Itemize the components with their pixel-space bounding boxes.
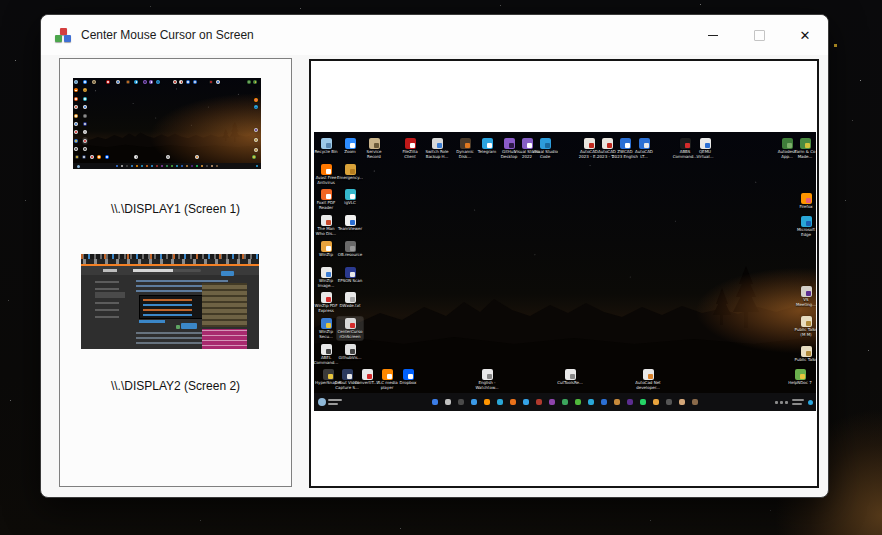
desktop-icon-teamviewer: TeamViewer xyxy=(337,214,363,233)
desktop-icon-recycle-bin: Recycle Bin xyxy=(314,137,339,156)
taskbar-icon xyxy=(432,399,438,405)
desktop-icon-switch-role-backup-h xyxy=(116,79,120,85)
notification-icon xyxy=(256,165,258,167)
blue-button xyxy=(181,323,197,329)
question-title-line xyxy=(133,269,173,272)
desktop-icon-centercursoronscreen: CenterCursorOnScreen xyxy=(337,317,363,340)
desktop-icon-zwcad-2023-english xyxy=(186,79,190,85)
taskbar-icon xyxy=(471,399,477,405)
taskbar-icon xyxy=(206,165,208,167)
taskbar-icon xyxy=(116,165,118,167)
taskbar-icon xyxy=(666,399,672,405)
taskbar-icon xyxy=(126,165,128,167)
taskbar-icon xyxy=(171,165,173,167)
desktop-icon-the-man-who-dis: The Man Who Dis... xyxy=(314,214,339,237)
minimize-icon xyxy=(708,35,718,36)
desktop-icon-zoom xyxy=(83,79,87,85)
desktop-icon-dropbox xyxy=(105,154,109,160)
desktop-icon-dropbox: Dropbox xyxy=(395,368,421,387)
desktop-icon-autodesk-app xyxy=(247,79,251,85)
screen1-preview[interactable]: Recycle BinZoomService RecordFileZilla C… xyxy=(314,132,816,411)
desktop-icon-abel-command: ABEL Command... xyxy=(314,343,339,366)
taskbar-icon xyxy=(161,165,163,167)
green-button xyxy=(176,325,180,329)
maximize-button xyxy=(736,15,782,55)
screen2-thumbnail[interactable] xyxy=(81,254,259,349)
desktop-icon-autocad-net-developer: AutoCad Net developer... xyxy=(635,368,661,391)
desktop-icon-winzip-secu xyxy=(74,138,78,144)
taskbar-icon xyxy=(445,399,451,405)
screen1-thumbnail[interactable] xyxy=(73,78,261,169)
desktop-icon-filezilla-client xyxy=(106,79,110,85)
taskbar-icon xyxy=(166,165,168,167)
desktop-icon-vs-meeting xyxy=(254,127,258,133)
desktop-icon-filezilla-client: FileZilla Client xyxy=(397,137,423,160)
desktop-icon-epson-scan xyxy=(83,121,87,127)
desktop-icon-firefox: Firefox xyxy=(793,192,816,211)
taskbar-app-icons xyxy=(432,399,698,405)
desktop-icon-switch-role-backup-h: Switch Role Backup H... xyxy=(424,137,450,160)
taskbar xyxy=(314,393,816,411)
sidebar-blog-module xyxy=(202,283,247,327)
taskbar-icon xyxy=(458,399,464,405)
clock-date xyxy=(792,399,804,405)
desktop-icon-dynamic-disk xyxy=(126,79,130,85)
desktop-icon-epson-scan: EPSON Scan xyxy=(337,266,363,285)
weather-icon xyxy=(318,398,326,406)
desktop-icon-microsoft-edge xyxy=(254,104,258,110)
desktop-icon-public-talks xyxy=(254,147,258,153)
taskbar-icon xyxy=(640,399,646,405)
taskbar-icon xyxy=(196,165,198,167)
screen-preview-panel: Recycle BinZoomService RecordFileZilla C… xyxy=(309,59,819,488)
desktop-icon-centercursoronscreen xyxy=(83,138,87,144)
desktop-icon-githubvis: GithubVis... xyxy=(337,343,363,362)
left-nav-selected xyxy=(95,292,125,298)
taskbar-icon xyxy=(679,399,685,405)
left-nav-lines xyxy=(95,281,119,321)
desktop-icon-public-talks-m-m: Public Talks (M M) xyxy=(793,315,816,338)
taskbar-icon xyxy=(575,399,581,405)
maximize-icon xyxy=(754,30,765,41)
desktop-icon-abbs-command xyxy=(209,79,213,85)
desktop-icon-vs-meeting: VS Meeting... xyxy=(793,285,816,308)
taskbar-icon xyxy=(653,399,659,405)
minimize-button[interactable] xyxy=(690,15,736,55)
desktop-icon-avast-free-antivirus: Avast Free Antivirus xyxy=(314,163,339,186)
taskbar-icon xyxy=(146,165,148,167)
desktop-icon-english-watchtow: English - Watchtow... xyxy=(474,368,500,391)
desktop-icon-public-talks-m-m xyxy=(254,137,258,143)
close-button[interactable]: ✕ xyxy=(782,15,828,55)
taskbar-icon xyxy=(201,165,203,167)
taskbar-icon xyxy=(186,165,188,167)
taskbar-icon xyxy=(151,165,153,167)
sidebar-ad-module xyxy=(202,329,247,349)
desktop-icon-winzip: WinZip xyxy=(314,240,339,259)
taskbar-icon xyxy=(121,165,123,167)
taskbar-app-icons xyxy=(116,165,218,167)
desktop-icon-vlc-media-player xyxy=(97,154,101,160)
app-window: Center Mouse Cursor on Screen ✕ \\.\DISP… xyxy=(40,14,829,498)
app-icon xyxy=(55,28,72,43)
taskbar-icon xyxy=(497,399,503,405)
taskbar-icon xyxy=(181,165,183,167)
window-controls: ✕ xyxy=(690,15,828,55)
desktop-icon-foxit-pdf-reader xyxy=(74,96,78,102)
desktop-icon-winzip-pdf-express: WinZip PDF Express xyxy=(314,291,339,314)
screen1-label: \\.\DISPLAY1 (Screen 1) xyxy=(60,202,291,216)
system-tray xyxy=(256,163,258,169)
taskbar-icon xyxy=(141,165,143,167)
taskbar-icon xyxy=(562,399,568,405)
desktop-icon-dwxde-txt: DWxde.txt xyxy=(337,291,363,310)
system-tray xyxy=(775,393,813,411)
desktop-icon-autocad-net-developer xyxy=(195,154,199,160)
desktop-icon-farm-co-made: Farm & Co Made... xyxy=(792,137,816,160)
taskbar-icon xyxy=(216,165,218,167)
taskbar-icon xyxy=(536,399,542,405)
desktop-icon-igvlc: igVLC xyxy=(337,188,363,207)
taskbar-icon xyxy=(523,399,529,405)
desktop-icon-autocad-lt xyxy=(193,79,197,85)
desktop-icon-igvlc xyxy=(83,96,87,102)
desktop-icon-service-record xyxy=(92,79,96,85)
desktop-icon-cuttoolsre xyxy=(166,154,170,160)
taskbar-icon xyxy=(136,165,138,167)
